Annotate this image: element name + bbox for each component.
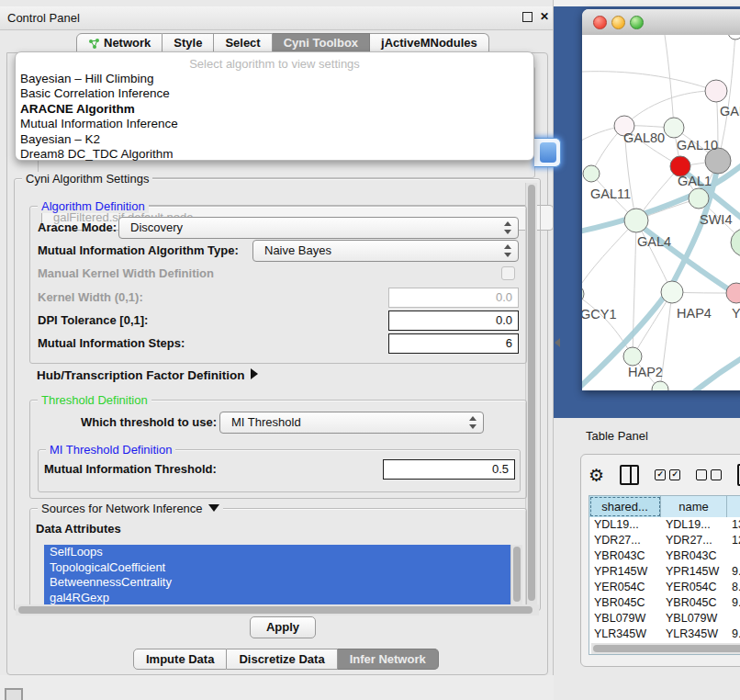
table-row[interactable]: YPR145WYPR145W9. — [589, 564, 740, 580]
mi-steps-input[interactable]: 6 — [388, 333, 519, 354]
gear-icon[interactable]: ⚙ — [589, 467, 604, 484]
table-cell: YLR345W — [661, 627, 731, 642]
which-threshold-combo[interactable]: MI Threshold — [219, 412, 484, 434]
table-cell: 13 — [727, 517, 740, 533]
node-label: GAL — [720, 104, 740, 119]
algorithm-option[interactable]: Dream8 DC_TDC Algorithm — [20, 147, 525, 162]
algorithm-option[interactable]: Bayesian – Hill Climbing — [20, 72, 525, 86]
cyni-algorithm-settings-group: Cyni Algorithm Settings Algorithm Defini… — [14, 178, 541, 611]
table-row[interactable]: YER054CYER054C8. — [589, 580, 740, 595]
table-cell: 8. — [727, 580, 740, 595]
tab-network[interactable]: Network — [76, 33, 163, 53]
node-label: GCY1 — [582, 307, 617, 322]
table-hscrollbar[interactable] — [591, 643, 740, 654]
columns-icon[interactable] — [620, 465, 639, 485]
table-row[interactable]: YBR045CYBR045C9. — [589, 595, 740, 611]
control-panel-title: Control Panel — [7, 11, 80, 25]
manual-kernel-checkbox[interactable] — [501, 266, 515, 280]
apply-button[interactable]: Apply — [250, 616, 316, 638]
algorithm-option[interactable]: Basic Correlation Inference — [20, 86, 525, 101]
network-node[interactable] — [689, 188, 709, 209]
mi-type-value: Naive Bayes — [264, 243, 331, 257]
stepper-arrows-icon — [504, 221, 511, 234]
network-node[interactable] — [661, 281, 683, 303]
tab-jactivemnodules[interactable]: jActiveMNodules — [370, 33, 489, 53]
minimize-traffic-light-icon[interactable] — [611, 16, 625, 29]
node-label: GAL4 — [637, 234, 671, 249]
attributes-scrollbar[interactable] — [510, 545, 522, 605]
table-cell: YER054C — [589, 580, 665, 595]
network-node[interactable] — [583, 165, 600, 182]
float-window-icon[interactable] — [522, 12, 533, 22]
mi-threshold-input[interactable]: 0.5 — [383, 459, 515, 480]
network-node[interactable] — [623, 347, 642, 366]
mi-steps-label: Mutual Information Steps: — [38, 336, 185, 350]
table-cell: 9. — [727, 564, 740, 580]
tab-select[interactable]: Select — [214, 33, 272, 53]
tab-cyni-toolbox[interactable]: Cyni Toolbox — [273, 33, 370, 53]
control-panel-titlebar[interactable]: Control Panel ✕ — [0, 6, 553, 30]
sources-group: Sources for Network Inference Data Attri… — [29, 508, 527, 608]
kernel-width-input[interactable]: 0.0 — [388, 288, 519, 308]
aracne-mode-combo[interactable]: Discovery — [118, 217, 519, 239]
table-row[interactable]: YLR345WYLR345W9. — [589, 627, 740, 642]
network-node[interactable] — [728, 35, 740, 40]
network-node[interactable] — [705, 80, 727, 102]
table-panel-box: ⚙ ✓✓ shared... name YDL19...YDL19...13YD… — [580, 454, 740, 667]
table-row[interactable]: YDR27...YDR27...12 — [589, 533, 740, 548]
column-header-shared-name[interactable]: shared... — [589, 496, 661, 517]
node-table[interactable]: shared... name YDL19...YDL19...13YDR27..… — [589, 495, 740, 655]
threshold-definition-title: Threshold Definition — [38, 393, 151, 407]
close-icon[interactable]: ✕ — [540, 10, 549, 23]
column-header-name[interactable]: name — [661, 496, 727, 517]
splitter-collapse-arrow-icon[interactable] — [555, 338, 560, 347]
table-row[interactable]: YBL079WYBL079W — [589, 611, 740, 627]
node-label: GAL80 — [623, 130, 665, 145]
deselect-all-checkboxes-icon[interactable] — [696, 469, 722, 480]
algorithm-definition-title: Algorithm Definition — [38, 199, 149, 213]
settings-hscrollbar[interactable] — [16, 604, 539, 615]
select-all-checkboxes-icon[interactable]: ✓✓ — [655, 469, 680, 480]
manual-kernel-label: Manual Kernel Width Definition — [38, 266, 214, 280]
tab-label: Discretize Data — [239, 652, 324, 666]
tab-infer-network[interactable]: Infer Network — [338, 649, 439, 670]
node-label: Y — [732, 306, 740, 321]
collapsed-panel-icon[interactable] — [5, 688, 23, 700]
zoom-traffic-light-icon[interactable] — [630, 16, 644, 29]
node-label: GAL10 — [677, 138, 718, 152]
table-panel-title: Table Panel — [586, 429, 648, 443]
network-window-titlebar[interactable] — [582, 9, 740, 36]
control-panel-tabbar: NetworkStyleSelectCyni ToolboxjActiveMNo… — [76, 33, 489, 53]
algorithm-option[interactable]: ARACNE Algorithm — [20, 102, 525, 117]
table-cell: YBR043C — [661, 548, 731, 564]
network-canvas[interactable]: GALGAL80GAL10GAL1GAL11SWI4GAL4GCY1HAP4YH… — [582, 35, 740, 390]
tab-impute-data[interactable]: Impute Data — [133, 649, 227, 670]
network-node[interactable] — [731, 229, 740, 256]
algorithm-definition-group: Algorithm Definition Aracne Mode: Discov… — [29, 206, 527, 364]
sources-title-label: Sources for Network Inference — [41, 502, 203, 515]
table-cell: YBL079W — [661, 611, 731, 627]
attribute-item-selected[interactable]: gal4RGexp — [44, 591, 510, 606]
chevron-right-icon — [251, 368, 258, 379]
close-traffic-light-icon[interactable] — [593, 16, 607, 29]
algorithm-option[interactable]: Bayesian – K2 — [20, 132, 525, 147]
focused-combo-remnant[interactable] — [534, 138, 561, 167]
attribute-item-selected[interactable]: BetweennessCentrality — [44, 575, 510, 591]
network-node[interactable] — [624, 209, 648, 232]
tab-style[interactable]: Style — [163, 33, 214, 53]
algorithm-option[interactable]: Mutual Information Inference — [20, 117, 525, 131]
sources-title[interactable]: Sources for Network Inference — [38, 502, 223, 515]
table-row[interactable]: YBR043CYBR043C — [589, 548, 740, 564]
dpi-tolerance-input[interactable]: 0.0 — [388, 310, 519, 331]
hub-definition-toggle[interactable]: Hub/Transcription Factor Definition — [37, 368, 258, 382]
table-cell: YBR045C — [661, 595, 731, 611]
column-header-clipped[interactable] — [727, 496, 740, 517]
network-node[interactable] — [664, 118, 684, 138]
tab-discretize-data[interactable]: Discretize Data — [227, 649, 337, 670]
attribute-item-selected[interactable]: SelfLoops — [44, 545, 510, 560]
attribute-item-selected[interactable]: TopologicalCoefficient — [44, 560, 510, 576]
data-attributes-list[interactable]: SelfLoopsTopologicalCoefficientBetweenne… — [44, 545, 510, 605]
mi-type-combo[interactable]: Naive Bayes — [252, 240, 519, 262]
chevron-down-icon — [208, 504, 219, 512]
table-row[interactable]: YDL19...YDL19...13 — [589, 517, 740, 533]
